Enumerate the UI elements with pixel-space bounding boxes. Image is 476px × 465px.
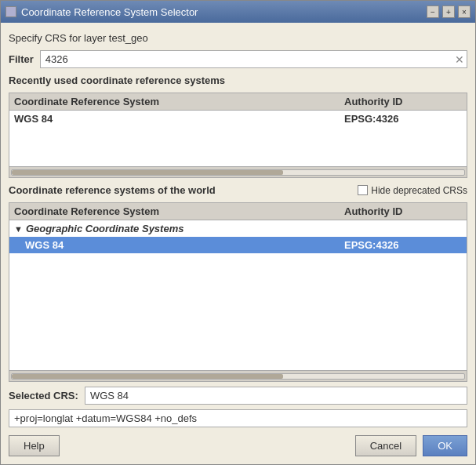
proj-string: +proj=longlat +datum=WGS84 +no_defs — [9, 409, 467, 427]
description-text: Specify CRS for layer test_geo — [9, 31, 467, 45]
table-row[interactable]: WGS 84 EPSG:4326 — [9, 237, 467, 253]
selected-crs-input[interactable] — [85, 387, 467, 405]
window-title: Coordinate Reference System Selector — [21, 6, 198, 18]
recently-used-header: Coordinate Reference System Authority ID — [9, 93, 467, 111]
world-crs-auth: EPSG:4326 — [344, 239, 462, 251]
filter-row: Filter ✕ — [9, 50, 467, 68]
filter-input-wrapper: ✕ — [40, 50, 467, 68]
content-area: Specify CRS for layer test_geo Filter ✕ … — [1, 23, 475, 464]
cancel-button[interactable]: Cancel — [355, 435, 416, 456]
titlebar-buttons: − + × — [427, 5, 471, 18]
minimize-button[interactable]: − — [427, 5, 439, 18]
help-button[interactable]: Help — [9, 435, 60, 456]
world-crs-table: Coordinate Reference System Authority ID… — [9, 202, 467, 382]
recently-used-title: Recently used coordinate reference syste… — [9, 73, 467, 88]
world-scrollbar[interactable] — [9, 370, 467, 381]
bottom-buttons: Help Cancel OK — [9, 432, 467, 456]
world-header-row: Coordinate reference systems of the worl… — [9, 183, 467, 198]
titlebar: Coordinate Reference System Selector − +… — [1, 1, 475, 23]
recently-used-col-crs: Coordinate Reference System — [14, 96, 344, 107]
world-scrollbar-track[interactable] — [11, 373, 465, 380]
recently-used-crs-auth: EPSG:4326 — [344, 113, 462, 125]
world-section-title: Coordinate reference systems of the worl… — [9, 183, 216, 198]
hide-deprecated-text: Hide deprecated CRSs — [371, 185, 467, 196]
hide-deprecated-checkbox[interactable] — [358, 185, 368, 195]
titlebar-left: Coordinate Reference System Selector — [5, 6, 198, 18]
filter-clear-icon[interactable]: ✕ — [455, 53, 464, 66]
spacer — [9, 127, 467, 166]
recently-used-col-auth: Authority ID — [344, 96, 462, 107]
filter-label: Filter — [9, 53, 34, 65]
recently-used-scrollbar[interactable] — [9, 166, 467, 177]
window-icon — [5, 6, 16, 17]
world-spacer — [9, 253, 467, 292]
close-button[interactable]: × — [458, 5, 471, 18]
hide-deprecated-label[interactable]: Hide deprecated CRSs — [358, 185, 467, 196]
category-row[interactable]: ▼ Geographic Coordinate Systems — [9, 220, 467, 237]
world-crs-name: WGS 84 — [25, 239, 344, 251]
table-row[interactable]: WGS 84 EPSG:4326 — [9, 111, 467, 127]
recently-used-crs-name: WGS 84 — [14, 113, 344, 125]
world-scrollbar-thumb — [12, 374, 283, 379]
world-col-crs: Coordinate Reference System — [14, 205, 344, 217]
recently-used-body: WGS 84 EPSG:4326 — [9, 111, 467, 166]
world-table-body: ▼ Geographic Coordinate Systems WGS 84 E… — [9, 220, 467, 370]
ok-button[interactable]: OK — [423, 435, 467, 456]
selected-crs-label: Selected CRS: — [9, 390, 78, 401]
world-crs-header: Coordinate Reference System Authority ID — [9, 203, 467, 220]
expand-arrow-icon: ▼ — [14, 224, 23, 234]
main-window: Coordinate Reference System Selector − +… — [0, 0, 476, 465]
category-label: Geographic Coordinate Systems — [26, 223, 184, 234]
filter-input[interactable] — [40, 50, 467, 68]
scrollbar-track[interactable] — [11, 169, 465, 176]
recently-used-table: Coordinate Reference System Authority ID… — [9, 93, 467, 178]
btn-right-group: Cancel OK — [355, 435, 467, 456]
scrollbar-thumb — [12, 170, 283, 175]
selected-crs-row: Selected CRS: — [9, 387, 467, 405]
maximize-button[interactable]: + — [442, 5, 455, 18]
world-col-auth: Authority ID — [344, 205, 462, 217]
